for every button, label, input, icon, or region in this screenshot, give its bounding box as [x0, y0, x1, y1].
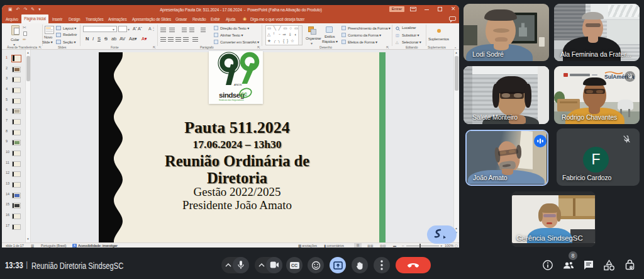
svg-text:Sindicato das Seguradoras: Sindicato das Seguradoras [219, 99, 244, 101]
svg-text:sc: sc [241, 91, 247, 97]
svg-text:ANOS: ANOS [233, 83, 242, 86]
